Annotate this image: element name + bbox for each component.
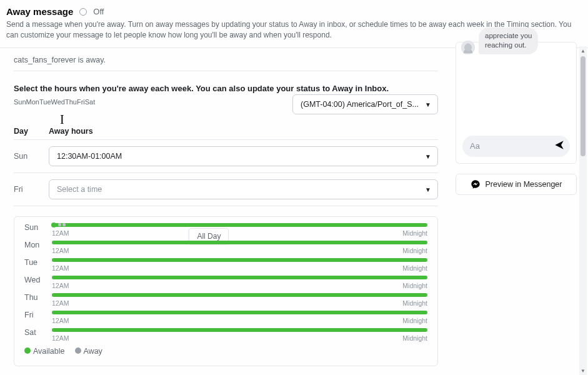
timeline-track[interactable] — [52, 328, 427, 332]
table-row: Sun 12:30AM-01:00AM ▼ — [14, 140, 438, 173]
timezone-select[interactable]: (GMT-04:00) America/Port_of_S... ▼ — [292, 94, 438, 114]
message-line-1: appreciate you — [485, 32, 532, 39]
day-short[interactable]: Sun — [14, 98, 26, 106]
timeline-track[interactable] — [52, 311, 427, 314]
timeline-start: 12AM — [52, 282, 69, 289]
away-toggle-radio[interactable] — [79, 8, 87, 16]
scroll-down-icon[interactable]: ▼ — [579, 366, 587, 375]
compose-placeholder: Aa — [470, 141, 480, 151]
timeline-day-label: Mon — [24, 241, 52, 249]
scroll-up-icon[interactable]: ▲ — [579, 46, 587, 55]
away-hours-value: 12:30AM-01:00AM — [57, 152, 122, 161]
timeline-track[interactable] — [52, 276, 427, 279]
away-hours-select-fri[interactable]: Select a time ▼ — [49, 179, 438, 199]
caret-down-icon: ▼ — [425, 186, 431, 192]
legend-available-label: Available — [33, 347, 65, 356]
scrollbar-thumb[interactable] — [581, 56, 586, 156]
timeline-end: Midnight — [402, 282, 427, 289]
legend-dot-away — [75, 348, 81, 354]
timeline-day-label: Sat — [24, 328, 52, 337]
table-row: Fri Select a time ▼ — [14, 173, 438, 206]
timeline-end: Midnight — [402, 247, 427, 254]
timeline-row-wed: Wed 12AMMidnight — [24, 276, 427, 289]
status-line: cats_fans_forever is away. — [14, 56, 438, 71]
schedule-table-header: Day Away hours — [14, 127, 438, 140]
day-short[interactable]: Wed — [51, 98, 65, 106]
timeline-start: 12AM — [52, 299, 69, 307]
timeline-day-label: Sun — [24, 223, 52, 232]
timeline-start: 12AM — [52, 229, 69, 237]
timeline-start: 12AM — [52, 264, 69, 272]
text-cursor-icon: I — [60, 112, 64, 127]
timeline-row-sun: Sun 12AMMidnight — [24, 223, 427, 237]
day-short[interactable]: Thu — [65, 98, 77, 106]
schedule-title: Select the hours when you're away each w… — [14, 84, 438, 93]
timeline-end: Midnight — [402, 317, 427, 324]
col-day-header: Day — [14, 127, 49, 136]
day-short[interactable]: Fri — [77, 98, 85, 106]
timeline-track[interactable] — [52, 258, 427, 262]
page-title: Away message — [6, 6, 73, 17]
timeline-end: Midnight — [402, 229, 427, 237]
away-hours-select-sun[interactable]: 12:30AM-01:00AM ▼ — [49, 146, 438, 166]
person-icon — [461, 41, 475, 54]
timeline-start: 12AM — [52, 334, 69, 342]
timeline-row-sat: Sat 12AMMidnight — [24, 328, 427, 342]
timeline-track[interactable] — [52, 293, 427, 297]
col-hours-header: Away hours — [49, 127, 438, 136]
timeline-day-label: Thu — [24, 293, 52, 302]
preview-in-messenger-button[interactable]: Preview in Messenger — [456, 174, 577, 195]
row-day-label: Sun — [14, 152, 49, 161]
timeline-day-label: Tue — [24, 258, 52, 267]
avatar — [461, 41, 475, 54]
messenger-preview-panel: appreciate you reaching out. Aa — [456, 42, 577, 164]
timezone-value: (GMT-04:00) America/Port_of_S... — [301, 100, 419, 109]
timeline-track[interactable] — [52, 223, 427, 227]
timeline-card: All Day Sun 12AMMidnight Mon 12AMMidnigh… — [14, 216, 438, 366]
compose-input[interactable]: Aa — [462, 136, 570, 157]
timeline-end: Midnight — [402, 299, 427, 307]
timeline-day-label: Fri — [24, 311, 52, 319]
timeline-row-thu: Thu 12AMMidnight — [24, 293, 427, 307]
preview-button-label: Preview in Messenger — [486, 180, 562, 189]
vertical-scrollbar[interactable]: ▲ ▼ — [579, 46, 587, 375]
caret-down-icon: ▼ — [425, 101, 431, 108]
send-icon[interactable] — [554, 139, 565, 153]
message-bubble: appreciate you reaching out. — [479, 28, 538, 54]
timeline-start: 12AM — [52, 317, 69, 324]
legend: Available Away — [24, 347, 427, 356]
timeline-end: Midnight — [402, 264, 427, 272]
timeline-day-label: Wed — [24, 276, 52, 284]
messenger-icon — [471, 179, 481, 189]
message-line-2: reaching out. — [485, 41, 527, 49]
row-day-label: Fri — [14, 185, 49, 194]
svg-point-1 — [466, 43, 470, 48]
day-short[interactable]: Sat — [85, 98, 96, 106]
timeline-row-fri: Fri 12AMMidnight — [24, 311, 427, 324]
timeline-track[interactable] — [52, 241, 427, 244]
timeline-row-tue: Tue 12AMMidnight — [24, 258, 427, 272]
day-short[interactable]: Tue — [39, 98, 51, 106]
timeline-end: Midnight — [402, 334, 427, 342]
away-hours-placeholder: Select a time — [57, 185, 102, 194]
timeline-start: 12AM — [52, 247, 69, 254]
caret-down-icon: ▼ — [425, 152, 431, 159]
legend-dot-available — [24, 348, 31, 354]
timeline-row-mon: Mon 12AMMidnight — [24, 241, 427, 254]
day-short[interactable]: Mon — [26, 98, 39, 106]
away-toggle-label: Off — [93, 7, 104, 16]
legend-away-label: Away — [84, 347, 102, 356]
